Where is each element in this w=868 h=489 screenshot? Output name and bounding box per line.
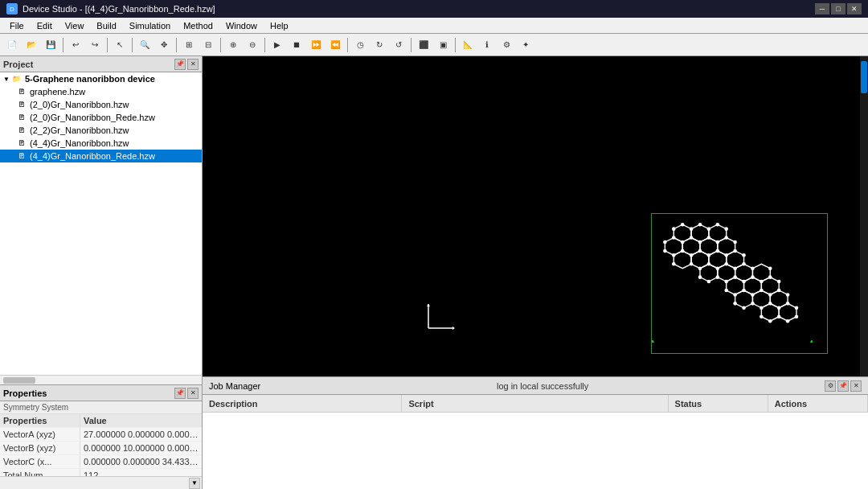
- tree-horizontal-scrollbar[interactable]: [0, 375, 202, 384]
- svg-point-79: [768, 302, 772, 306]
- properties-pin-button[interactable]: 📌: [174, 388, 186, 399]
- toolbar-undo[interactable]: ↩: [67, 36, 84, 54]
- svg-point-64: [707, 280, 711, 284]
- svg-point-69: [724, 289, 728, 293]
- tree-item-2-2-nr[interactable]: 🖹 (2_2)Gr_Nanoribbon.hzw: [0, 124, 202, 137]
- prop-value-1: 0.000000 10.000000 0.000000: [80, 442, 202, 454]
- toolbar-r3[interactable]: ↺: [390, 36, 407, 54]
- toolbar-r1[interactable]: ◷: [351, 36, 369, 54]
- file-icon-3: 🖹: [16, 126, 27, 134]
- project-panel-header: Project 📌 ✕: [0, 56, 202, 72]
- toolbar-info[interactable]: ℹ: [478, 36, 496, 54]
- tree-item-4-4-rede[interactable]: 🖹 (4_4)Gr_Nanoribbon_Rede.hzw: [0, 150, 202, 162]
- job-manager-settings[interactable]: ⚙: [825, 380, 836, 392]
- svg-marker-22: [779, 303, 796, 321]
- molecule-svg: [652, 214, 813, 343]
- menu-view[interactable]: View: [59, 19, 91, 32]
- toolbar-move[interactable]: ✥: [155, 36, 173, 54]
- toolbar-grid2[interactable]: ⊟: [199, 36, 217, 54]
- toolbar-open[interactable]: 📂: [23, 36, 40, 54]
- tree-item-2-0-nr[interactable]: 🖹 (2_0)Gr_Nanoribbon.hzw: [0, 98, 202, 111]
- svg-marker-18: [735, 290, 753, 308]
- job-manager-controls: ⚙ 📌 ✕: [825, 380, 862, 392]
- tree-item-4-4-nr[interactable]: 🖹 (4_4)Gr_Nanoribbon.hzw: [0, 137, 202, 150]
- toolbar-sep9: [455, 38, 456, 52]
- prop-row-1: VectorB (xyz) 0.000000 10.000000 0.00000…: [0, 442, 202, 455]
- toolbar-play[interactable]: ▶: [268, 36, 286, 54]
- menu-help[interactable]: Help: [264, 19, 295, 32]
- toolbar-cursor[interactable]: ↖: [111, 36, 129, 54]
- toolbar-forward[interactable]: ⏩: [307, 36, 325, 54]
- toolbar-backward[interactable]: ⏪: [326, 36, 344, 54]
- menu-edit[interactable]: Edit: [31, 19, 59, 32]
- properties-scroll-down[interactable]: ▼: [189, 478, 200, 489]
- maximize-button[interactable]: □: [831, 3, 845, 14]
- toolbar-select-all[interactable]: ⬛: [415, 36, 432, 54]
- svg-point-34: [672, 236, 676, 240]
- close-button[interactable]: ✕: [847, 3, 862, 14]
- project-pin-button[interactable]: 📌: [174, 59, 186, 70]
- svg-point-63: [768, 275, 772, 279]
- svg-point-54: [698, 266, 702, 270]
- toolbar-bond[interactable]: ⊖: [244, 36, 261, 54]
- svg-point-71: [760, 289, 764, 293]
- viewport-scrollbar[interactable]: [860, 56, 868, 376]
- menu-window[interactable]: Window: [219, 19, 264, 32]
- project-close-button[interactable]: ✕: [187, 59, 199, 70]
- svg-point-78: [751, 302, 755, 306]
- svg-point-49: [672, 262, 676, 266]
- job-manager-panel: Job Manager log in local successfully ⚙ …: [203, 376, 868, 489]
- toolbar-save[interactable]: 💾: [42, 36, 59, 54]
- toolbar-zoom[interactable]: 🔍: [136, 36, 154, 54]
- prop-name-2: VectorC (x...: [0, 455, 80, 468]
- job-table-content: [203, 413, 868, 489]
- svg-point-52: [724, 262, 728, 266]
- tree-item-graphene[interactable]: 🖹 graphene.hzw: [0, 85, 202, 98]
- svg-point-84: [795, 306, 799, 310]
- svg-point-76: [786, 293, 790, 297]
- toolbar-measure[interactable]: 📐: [459, 36, 477, 54]
- toolbar-extra[interactable]: ⚙: [497, 36, 515, 54]
- scrollbar-thumb-vertical[interactable]: [861, 61, 867, 93]
- app-body: Project 📌 ✕ ▼ 📁 5-Graphene nanoribbon de…: [0, 56, 868, 489]
- tree-item-label-3: (2_2)Gr_Nanoribbon.hzw: [30, 125, 129, 135]
- toolbar-r2[interactable]: ↻: [371, 36, 388, 54]
- project-tree[interactable]: ▼ 📁 5-Graphene nanoribbon device 🖹 graph…: [0, 72, 202, 375]
- properties-close-button[interactable]: ✕: [187, 388, 199, 399]
- menu-file[interactable]: File: [3, 19, 31, 32]
- prop-col-value-header: Value: [80, 414, 202, 427]
- tree-item-label-5: (4_4)Gr_Nanoribbon_Rede.hzw: [30, 151, 155, 161]
- toolbar-atom[interactable]: ⊕: [224, 36, 242, 54]
- app-mid: Project 📌 ✕ ▼ 📁 5-Graphene nanoribbon de…: [0, 56, 868, 489]
- toolbar-redo[interactable]: ↪: [86, 36, 104, 54]
- menu-simulation[interactable]: Simulation: [123, 19, 177, 32]
- tree-item-label-2: (2_0)Gr_Nanoribbon_Rede.hzw: [30, 113, 155, 122]
- tree-item-2-0-rede[interactable]: 🖹 (2_0)Gr_Nanoribbon_Rede.hzw: [0, 111, 202, 124]
- app-icon: D: [6, 3, 18, 14]
- svg-point-30: [690, 236, 694, 240]
- toolbar-sep6: [264, 38, 265, 52]
- toolbar-grid1[interactable]: ⊞: [180, 36, 198, 54]
- menu-method[interactable]: Method: [177, 19, 219, 32]
- svg-point-55: [716, 266, 720, 270]
- svg-point-59: [698, 275, 702, 279]
- toolbar-select-box[interactable]: ▣: [434, 36, 452, 54]
- job-manager-close[interactable]: ✕: [850, 380, 862, 392]
- svg-point-70: [742, 289, 746, 293]
- job-manager-pin[interactable]: 📌: [837, 380, 849, 392]
- minimize-button[interactable]: ─: [815, 3, 829, 14]
- tree-root[interactable]: ▼ 📁 5-Graphene nanoribbon device: [0, 72, 202, 85]
- svg-point-57: [751, 266, 755, 270]
- svg-point-50: [690, 262, 694, 266]
- window-title: Device Studio - [(4_4)Gr_Nanoribbon_Rede…: [23, 4, 215, 14]
- viewport[interactable]: [203, 56, 868, 376]
- left-panel: Project 📌 ✕ ▼ 📁 5-Graphene nanoribbon de…: [0, 56, 203, 489]
- toolbar-extra2[interactable]: ✦: [517, 36, 534, 54]
- menu-build[interactable]: Build: [90, 19, 122, 32]
- toolbar-stop[interactable]: ⏹: [288, 36, 305, 54]
- svg-point-66: [742, 280, 746, 284]
- toolbar-new[interactable]: 📄: [3, 36, 21, 54]
- tree-scroll-thumb[interactable]: [3, 377, 35, 384]
- file-icon-4: 🖹: [16, 139, 27, 147]
- svg-point-41: [698, 249, 702, 253]
